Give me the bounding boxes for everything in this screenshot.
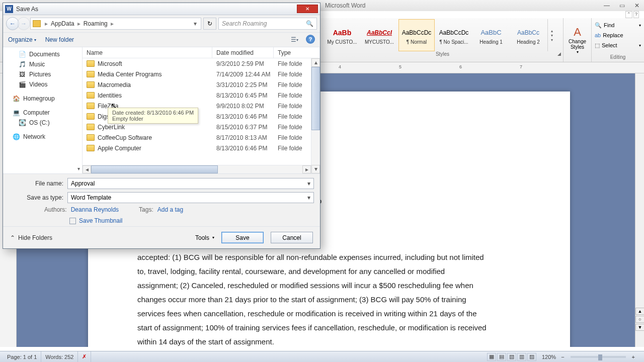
folder-icon xyxy=(87,92,95,99)
styles-more-button[interactable]: ▴▾▾ xyxy=(547,19,555,51)
next-page-icon[interactable]: ▼ xyxy=(635,324,644,331)
tree-item-icon: 🎬 xyxy=(18,81,26,88)
folder-icon xyxy=(87,60,95,67)
dialog-help-icon[interactable]: ? xyxy=(306,35,315,44)
view-options-button[interactable]: ☰ ▾ xyxy=(287,35,302,45)
breadcrumb-seg[interactable]: AppData xyxy=(49,20,76,27)
status-words[interactable]: Words: 252 xyxy=(41,351,78,362)
doc-line: start of assignment; 100% of training se… xyxy=(137,322,521,334)
tree-item[interactable]: 🏠Homegroup xyxy=(3,94,82,104)
col-type[interactable]: Type xyxy=(274,47,320,58)
prev-page-icon[interactable]: ▲ xyxy=(635,308,644,315)
select-button[interactable]: ⬚Select▾ xyxy=(595,40,641,50)
folder-icon xyxy=(33,20,41,27)
file-row[interactable]: Media Center Programs7/14/2009 12:44 AMF… xyxy=(83,69,320,79)
style-item[interactable]: AaBbCcIMYCUSTO... xyxy=(361,19,397,51)
style-item[interactable]: AaBbMy CUSTO... xyxy=(324,19,360,51)
file-row[interactable]: Apple Computer8/13/2010 6:46 PMFile fold… xyxy=(83,143,320,153)
tree-item[interactable]: 🌐Network xyxy=(3,132,82,142)
organize-button[interactable]: Organize ▾ xyxy=(8,36,36,43)
find-button[interactable]: 🔍Find▾ xyxy=(595,20,641,30)
styles-launcher-icon[interactable]: ◢ xyxy=(557,51,561,56)
new-folder-button[interactable]: New folder xyxy=(45,36,74,43)
status-page[interactable]: Page: 1 of 1 xyxy=(3,351,41,362)
tree-item-icon: 💻 xyxy=(12,109,20,116)
zoom-out-icon[interactable]: − xyxy=(559,353,566,361)
save-button[interactable]: Save xyxy=(221,232,264,243)
doc-line: to, travel, lodging, facility rental, co… xyxy=(137,265,521,278)
cancel-button[interactable]: Cancel xyxy=(271,232,313,243)
close-icon[interactable]: ✕ xyxy=(633,2,641,9)
style-item[interactable]: AaBbCcDc¶ Normal xyxy=(398,19,435,51)
dialog-close-button[interactable]: ✕ xyxy=(297,5,318,13)
tools-dropdown[interactable]: Tools▾ xyxy=(195,234,214,241)
tree-item[interactable]: 📄Documents xyxy=(3,49,82,59)
ribbon-minimize-icon[interactable]: ⌃ xyxy=(625,11,632,18)
browse-object-icon[interactable]: ○ xyxy=(635,316,644,323)
tree-collapse-icon[interactable]: ▾ xyxy=(77,166,80,171)
style-item[interactable]: AaBbCHeading 1 xyxy=(473,19,509,51)
breadcrumb-seg[interactable]: Roaming xyxy=(82,20,110,27)
tags-label: Tags: xyxy=(139,206,153,213)
dropdown-icon: ▾ xyxy=(577,50,579,54)
status-bar: Page: 1 of 1 Words: 252 ✗ ▦▤▧▥▨ 120% − + xyxy=(0,351,644,362)
folder-icon xyxy=(87,124,95,130)
folder-icon xyxy=(87,134,95,141)
save-as-dialog: W Save As ✕ ← → ▸ AppData ▸ Roaming ▸ ▾ … xyxy=(3,3,320,249)
save-as-type-select[interactable]: Word Template▾ xyxy=(67,192,314,203)
save-thumbnail-checkbox[interactable]: Save Thumbnail xyxy=(69,217,314,224)
dialog-title: Save As xyxy=(16,6,38,13)
ruler-mark: 7 xyxy=(520,64,522,69)
vertical-scrollbar[interactable]: ▴▾ xyxy=(311,58,320,173)
change-styles-button[interactable]: A Change Styles ▾ xyxy=(564,18,592,62)
vertical-scrollbar[interactable]: ▲ ○ ▼ xyxy=(635,73,644,347)
explorer-pane: 📄Documents🎵Music🖼Pictures🎬Videos🏠Homegro… xyxy=(3,47,320,174)
file-row[interactable]: Identities8/13/2010 6:45 PMFile folde xyxy=(83,90,320,101)
col-date[interactable]: Date modified xyxy=(212,47,274,58)
refresh-button[interactable]: ↻ xyxy=(203,18,216,30)
file-name-input[interactable]: Approval▾ xyxy=(67,178,314,189)
tree-item-icon: 📄 xyxy=(18,51,26,58)
column-headers[interactable]: Name Date modified Type xyxy=(83,47,320,58)
nav-tree[interactable]: 📄Documents🎵Music🖼Pictures🎬Videos🏠Homegro… xyxy=(3,47,83,173)
tree-item-icon: 🎵 xyxy=(18,61,26,68)
col-name[interactable]: Name xyxy=(83,47,212,58)
search-icon: 🔍 xyxy=(306,20,313,27)
hide-folders-button[interactable]: ⌃Hide Folders xyxy=(10,234,52,241)
zoom-in-icon[interactable]: + xyxy=(630,353,637,361)
style-item[interactable]: AaBbCcDc¶ No Spaci... xyxy=(436,19,472,51)
file-row[interactable]: Macromedia3/31/2010 2:25 PMFile folde xyxy=(83,79,320,90)
file-row[interactable]: CyberLink8/15/2010 6:37 PMFile folde xyxy=(83,122,320,132)
authors-value[interactable]: Deanna Reynolds xyxy=(71,206,119,213)
doc-line: services fees when cancellation, resched… xyxy=(137,308,521,320)
zoom-level[interactable]: 120% xyxy=(540,353,558,361)
tags-value[interactable]: Add a tag xyxy=(157,206,183,213)
file-row[interactable]: Digsby8/13/2010 6:46 PMFile folde xyxy=(83,111,320,122)
tree-item[interactable]: 🎵Music xyxy=(3,59,82,69)
minimize-icon[interactable]: — xyxy=(603,2,611,9)
search-input[interactable]: Search Roaming 🔍 xyxy=(218,18,317,30)
tree-item[interactable]: 🎬Videos xyxy=(3,79,82,89)
tree-item[interactable]: 💻Computer xyxy=(3,108,82,118)
breadcrumb-dropdown-icon[interactable]: ▾ xyxy=(192,20,199,27)
file-row[interactable]: Microsoft9/3/2010 2:59 PMFile folde xyxy=(83,58,320,69)
breadcrumb-bar[interactable]: ▸ AppData ▸ Roaming ▸ ▾ xyxy=(30,18,201,30)
restore-icon[interactable]: ▭ xyxy=(618,2,626,9)
dialog-footer: ⌃Hide Folders Tools▾ Save Cancel xyxy=(3,226,320,248)
tree-item[interactable]: 💽OS (C:) xyxy=(3,118,82,128)
view-buttons[interactable]: ▦▤▧▥▨ xyxy=(485,352,539,362)
word-title-text: Microsoft Word xyxy=(325,2,365,9)
file-row[interactable]: FileZilla9/9/2010 8:02 PMFile folde xyxy=(83,101,320,111)
find-icon: 🔍 xyxy=(595,22,602,29)
status-proof-icon[interactable]: ✗ xyxy=(78,351,91,362)
file-row[interactable]: CoffeeCup Software8/17/2010 8:13 AMFile … xyxy=(83,132,320,143)
tree-item[interactable]: 🖼Pictures xyxy=(3,69,82,79)
style-item[interactable]: AaBbCcHeading 2 xyxy=(510,19,546,51)
replace-button[interactable]: abReplace xyxy=(595,30,641,40)
replace-icon: ab xyxy=(595,32,601,38)
horizontal-scrollbar[interactable]: ◂▸ xyxy=(83,165,311,173)
nav-forward-button[interactable]: → xyxy=(17,17,30,30)
zoom-slider[interactable] xyxy=(571,356,626,358)
help-icon[interactable]: ? xyxy=(633,11,639,18)
dialog-titlebar[interactable]: W Save As ✕ xyxy=(3,3,320,15)
